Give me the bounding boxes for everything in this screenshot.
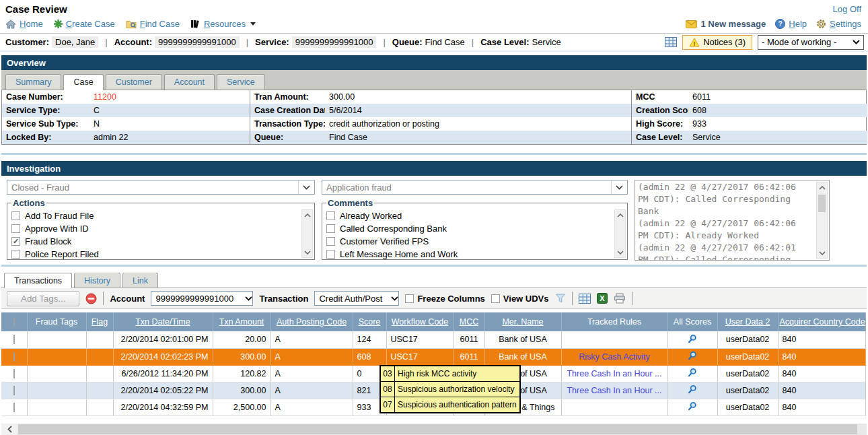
col-header-mer-name[interactable]: Mer. Name (484, 312, 561, 331)
col-header-all-scores[interactable]: All Scores (667, 312, 717, 331)
col-header-mcc[interactable]: MCC (454, 312, 484, 331)
col-header-fraud-tags[interactable]: Fraud Tags (27, 312, 86, 331)
transactions-toolbar: Add Tags... Account 9999999999991000 Tra… (1, 288, 867, 309)
view-udvs-checkbox[interactable]: View UDVs (491, 294, 549, 304)
svg-text:!: ! (694, 40, 696, 46)
scroll-down-icon[interactable] (615, 247, 625, 257)
checkbox-row: Left Message Home and Work (326, 248, 612, 260)
tracked-rule-link[interactable]: Three Cash In an Hour ... (567, 369, 661, 378)
transaction-select[interactable]: Credit Auth/Post (314, 291, 399, 306)
col-header-cb[interactable] (1, 312, 27, 331)
nav-create-case[interactable]: Create Case (54, 19, 115, 29)
warning-icon: ! (689, 38, 700, 47)
table-row[interactable]: 2/20/2014 02:02:23 PM300.00A608USC176011… (1, 348, 865, 365)
tab-case[interactable]: Case (63, 74, 103, 90)
magnifier-icon[interactable] (688, 351, 697, 360)
notices-button[interactable]: ! Notices (3) (682, 35, 752, 50)
freeze-columns-checkbox[interactable]: Freeze Columns (405, 294, 484, 304)
context-bar: Customer: Doe, Jane | Account: 999999999… (0, 34, 868, 52)
cell-user-data2: userData02 (717, 331, 778, 348)
nav-resources[interactable]: Resources (190, 19, 256, 29)
checkbox[interactable] (11, 250, 20, 259)
checkbox[interactable] (326, 250, 335, 259)
magnifier-icon[interactable] (688, 334, 697, 343)
col-header-score[interactable]: Score (353, 312, 386, 331)
checkbox[interactable] (326, 224, 335, 233)
print-icon[interactable] (614, 293, 626, 304)
comments-scrollbar[interactable] (614, 209, 626, 258)
new-message-link[interactable]: 1 New message (686, 19, 766, 29)
col-header-txn-date[interactable]: Txn Date/Time (113, 312, 213, 331)
scrollbar-thumb[interactable] (818, 195, 826, 212)
scroll-left-icon[interactable] (1, 424, 17, 435)
grid-view-icon[interactable] (579, 294, 591, 304)
tooltip-rule-code: 08 (381, 382, 395, 397)
tab-history[interactable]: History (74, 273, 120, 288)
tab-account[interactable]: Account (164, 74, 215, 90)
col-header-txn-amount[interactable]: Txn Amount (213, 312, 270, 331)
tracked-rule-link[interactable]: Risky Cash Activity (579, 352, 650, 362)
scroll-down-icon[interactable] (302, 247, 312, 257)
select-all-checkbox[interactable] (13, 317, 15, 327)
cell-user-data2: userData02 (717, 399, 778, 415)
checkbox[interactable] (11, 224, 20, 233)
scroll-down-icon[interactable] (817, 248, 827, 258)
settings-link[interactable]: Settings (816, 19, 861, 29)
log-off-link[interactable]: Log Off (833, 4, 861, 14)
cell-txn-amount: 300.00 (213, 382, 270, 399)
row-checkbox[interactable] (13, 352, 15, 362)
checkbox[interactable] (11, 211, 20, 220)
actions-scrollbar[interactable] (301, 209, 313, 258)
cell-mer-name: Bank of USA (484, 331, 561, 348)
checkbox[interactable] (405, 294, 414, 303)
overview-field-label: Service Sub Type: (2, 117, 89, 131)
tooltip-row: 07Suspicious authentication pattern (381, 397, 519, 412)
grid-panel-icon[interactable] (665, 37, 677, 47)
tab-service[interactable]: Service (217, 74, 265, 90)
table-row[interactable]: 2/20/2014 02:01:00 PM20.00A124USC176011B… (1, 331, 865, 348)
account-select[interactable]: 9999999999991000 (151, 291, 253, 306)
row-checkbox[interactable] (13, 335, 15, 344)
magnifier-icon[interactable] (688, 384, 697, 394)
checkbox[interactable] (326, 237, 335, 246)
checkbox[interactable] (491, 294, 500, 303)
row-checkbox[interactable] (13, 386, 15, 395)
remove-tags-icon[interactable] (85, 293, 97, 304)
tooltip-rule-code: 03 (381, 366, 395, 381)
tracked-rule-link[interactable]: Three Cash In an Hour ... (567, 386, 661, 395)
scrollbar-thumb[interactable] (18, 424, 857, 434)
col-header-auth-code[interactable]: Auth Posting Code (270, 312, 353, 331)
col-header-workflow[interactable]: Workflow Code (386, 312, 454, 331)
checkbox[interactable] (326, 211, 335, 220)
investigation-log: (admin 22 @ 4/27/2017 06:42:06 PM CDT): … (635, 180, 830, 261)
checkbox[interactable] (11, 237, 20, 246)
magnifier-icon[interactable] (688, 401, 697, 411)
tab-transactions[interactable]: Transactions (4, 273, 72, 288)
col-header-acq-country[interactable]: Acquirer Country Code (778, 312, 865, 331)
nav-home[interactable]: Home (5, 19, 43, 29)
magnifier-icon[interactable] (688, 368, 697, 377)
nav-find-case[interactable]: Find Case (126, 19, 180, 29)
fraud-type-select[interactable]: Application fraud (322, 180, 628, 195)
log-scrollbar[interactable] (816, 182, 828, 259)
mode-of-working-select[interactable]: - Mode of working - (758, 35, 864, 50)
tooltip-rule-text: High risk MCC activity (395, 366, 479, 381)
export-excel-icon[interactable]: X (597, 293, 608, 304)
add-tags-button[interactable]: Add Tags... (7, 291, 79, 306)
row-checkbox[interactable] (13, 403, 15, 412)
col-header-tracked[interactable]: Tracked Rules (561, 312, 667, 331)
scroll-up-icon[interactable] (615, 210, 625, 220)
help-link[interactable]: ? Help (775, 19, 807, 29)
page-title: Case Review (5, 3, 67, 15)
tab-link[interactable]: Link (122, 273, 158, 288)
horizontal-scrollbar[interactable] (1, 424, 867, 435)
case-status-select[interactable]: Closed - Fraud (7, 180, 315, 195)
tab-summary[interactable]: Summary (5, 74, 61, 90)
tab-customer[interactable]: Customer (106, 74, 162, 90)
scroll-up-icon[interactable] (302, 210, 312, 220)
row-checkbox[interactable] (13, 369, 15, 378)
col-header-user-data2[interactable]: User Data 2 (717, 312, 778, 331)
col-header-flag[interactable]: Flag (86, 312, 113, 331)
filter-funnel-icon[interactable] (555, 294, 566, 303)
scroll-up-icon[interactable] (817, 182, 827, 193)
